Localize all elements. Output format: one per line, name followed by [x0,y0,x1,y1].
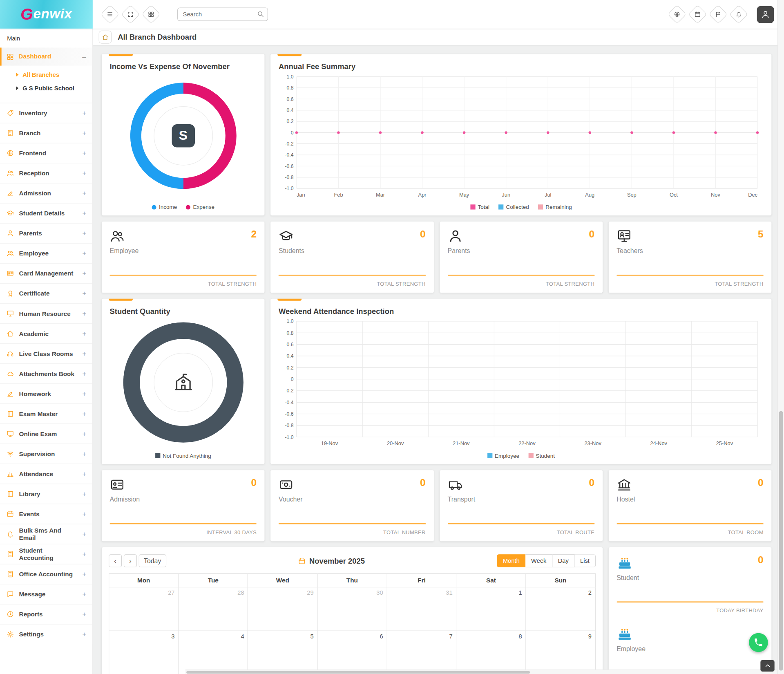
sidebar-subitem-all-branches[interactable]: All Branches [0,68,92,81]
card-icon [7,270,14,277]
calendar-day-cell-4[interactable]: 4 [179,631,248,674]
legend-item-expense[interactable]: Expense [186,204,214,210]
sidebar-subitem-label: G S Public School [22,85,74,92]
calendar-day-cell-29[interactable]: 29 [248,587,317,631]
income-expense-donut[interactable]: S [130,83,236,189]
sidebar-item-online-exam[interactable]: Online Exam+ [0,423,92,443]
chart-icon [7,470,14,477]
svg-text:-0.2: -0.2 [285,141,294,147]
sidebar-item-employee[interactable]: Employee+ [0,243,92,263]
notifications-button[interactable] [729,5,748,24]
sidebar-item-message[interactable]: Message+ [0,584,92,604]
sidebar-toggle-button[interactable] [101,5,120,24]
legend-item-remaining[interactable]: Remaining [538,204,572,210]
search-input[interactable] [177,7,268,21]
sidebar-subitem-g-s-public-school[interactable]: G S Public School [0,81,92,95]
calendar-day-cell-27[interactable]: 27 [109,587,179,631]
calendar-next-button[interactable]: › [124,554,137,567]
stat-label: Employee [110,247,257,255]
sidebar-item-library[interactable]: Library+ [0,484,92,504]
sidebar-item-inventory[interactable]: Inventory+ [0,103,92,123]
legend-item-not-found-anything[interactable]: Not Found Anything [155,452,211,459]
home-button[interactable] [99,30,112,43]
sidebar-item-academic[interactable]: Academic+ [0,323,92,343]
calendar-day-cell-30[interactable]: 30 [317,587,387,631]
calendar-view-list[interactable]: List [575,554,596,567]
sidebar-item-label: Student Accounting [19,547,78,561]
sidebar-item-settings[interactable]: Settings+ [0,624,92,644]
expand-icon: + [83,190,86,197]
sidebar-item-attachments-book[interactable]: Attachments Book+ [0,363,92,383]
apps-button[interactable] [688,5,707,24]
calendar-day-cell-8[interactable]: 8 [456,631,526,674]
sidebar-item-attendance[interactable]: Attendance+ [0,464,92,484]
calendar-day-cell-9[interactable]: 9 [526,631,595,674]
search-icon[interactable] [257,11,264,18]
calendar-day-cell-7[interactable]: 7 [387,631,456,674]
sidebar-item-certificate[interactable]: Certificate+ [0,283,92,303]
sidebar-item-label: Human Resource [19,310,78,317]
weekend-attendance-chart[interactable]: 1.00.80.60.40.20-0.2-0.4-0.6-0.8-1.019-N… [279,317,764,449]
legend-item-collected[interactable]: Collected [498,204,529,210]
sidebar-item-admission[interactable]: Admission+ [0,183,92,203]
sidebar-item-frontend[interactable]: Frontend+ [0,143,92,163]
sidebar-item-office-accounting[interactable]: Office Accounting+ [0,564,92,584]
sidebar-item-events[interactable]: Events+ [0,504,92,524]
sidebar-item-reception[interactable]: Reception+ [0,163,92,183]
calendar-title: November 2025 [171,557,492,565]
sidebar-item-student-details[interactable]: Student Details+ [0,203,92,223]
calendar-day-cell-1[interactable]: 1 [456,587,526,631]
sidebar-item-student-accounting[interactable]: Student Accounting+ [0,544,92,564]
globe-icon [674,11,680,18]
vertical-scrollbar[interactable] [777,0,784,674]
calendar-day-cell-28[interactable]: 28 [179,587,248,631]
calendar-view-week[interactable]: Week [526,554,553,567]
top-header: Genwix [0,0,784,29]
sidebar-item-reports[interactable]: Reports+ [0,604,92,624]
annual-fee-chart[interactable]: 1.00.80.60.40.20-0.2-0.4-0.6-0.8-1.0JanF… [279,73,764,201]
sidebar-item-branch[interactable]: Branch+ [0,123,92,143]
sidebar-item-parents[interactable]: Parents+ [0,223,92,243]
calendar-day-cell-2[interactable]: 2 [526,587,595,631]
horizontal-scrollbar-thumb[interactable] [186,671,530,674]
brand-logo[interactable]: Genwix [0,0,93,29]
calendar-today-button[interactable]: Today [139,554,166,567]
profile-button[interactable] [757,6,774,23]
scroll-to-top-button[interactable] [760,660,774,672]
sidebar-item-supervision[interactable]: Supervision+ [0,443,92,464]
legend-item-student[interactable]: Student [528,452,555,459]
svg-text:0.4: 0.4 [287,353,294,359]
legend-item-income[interactable]: Income [152,204,177,210]
calendar-view-month[interactable]: Month [497,554,525,567]
legend-item-employee[interactable]: Employee [487,452,519,459]
sidebar-item-human-resource[interactable]: Human Resource+ [0,303,92,323]
calendar-prev-button[interactable]: ‹ [109,554,122,567]
expand-icon: + [83,350,86,357]
sidebar-item-bulk-sms-and-email[interactable]: Bulk Sms And Email+ [0,524,92,544]
calendar-view-day[interactable]: Day [552,554,574,567]
sidebar-item-exam-master[interactable]: Exam Master+ [0,403,92,423]
sidebar-item-dashboard[interactable]: Dashboard – [0,47,92,65]
student-quantity-donut[interactable] [123,322,243,442]
horizontal-scrollbar[interactable] [185,670,777,674]
calendar-day-cell-31[interactable]: 31 [387,587,456,631]
legend-item-total[interactable]: Total [470,204,489,210]
stat-footer: TOTAL STRENGTH [448,281,595,287]
calendar-day-cell-3[interactable]: 3 [109,631,179,674]
vertical-scrollbar-thumb[interactable] [779,411,783,671]
sidebar-item-card-management[interactable]: Card Management+ [0,263,92,283]
bell-icon [7,530,14,537]
calendar-day-cell-6[interactable]: 6 [317,631,387,674]
monitor-icon [7,310,14,317]
stat-footer: INTERVAL 30 DAYS [110,529,257,535]
calendar-day-cell-5[interactable]: 5 [248,631,317,674]
sidebar-item-live-class-rooms[interactable]: Live Class Rooms+ [0,343,92,363]
fullscreen-button[interactable] [121,5,140,24]
sidebar-item-homework[interactable]: Homework+ [0,383,92,403]
quick-apps-button[interactable] [141,5,161,24]
language-button[interactable] [668,5,687,24]
report-flag-button[interactable] [708,5,728,24]
whatsapp-button[interactable] [749,633,768,652]
sidebar-submenu: All BranchesG S Public School [0,66,92,103]
svg-text:0.8: 0.8 [287,85,294,91]
